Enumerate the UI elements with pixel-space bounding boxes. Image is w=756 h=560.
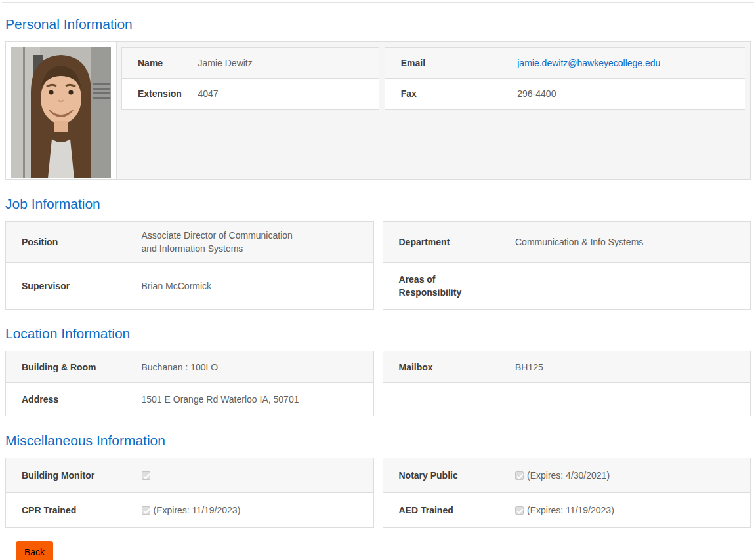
position-label: Position [6,222,134,263]
fax-label: Fax [385,79,509,110]
cpr-trained-expires: (Expires: 11/19/2023) [154,505,241,515]
aed-trained-value: (Expires: 11/19/2023) [507,493,751,528]
notary-public-checkbox [515,471,524,480]
fax-value: 296-4400 [509,79,745,110]
building-room-label: Building & Room [6,351,134,383]
aed-trained-label: AED Trained [383,493,507,528]
cpr-trained-value: (Expires: 11/19/2023) [134,493,374,528]
extension-label: Extension [122,79,190,110]
building-monitor-value [134,458,374,493]
email-value: jamie.dewitz@hawkeyecollege.edu [509,48,745,79]
table-row: Position Associate Director of Communica… [6,222,374,263]
table-row: Email jamie.dewitz@hawkeyecollege.edu [385,48,745,79]
supervisor-value: Brian McCormick [134,263,374,310]
table-row: Fax 296-4400 [385,79,745,110]
supervisor-label: Supervisor [6,263,134,310]
location-table-right: Mailbox BH125 [383,351,751,416]
table-row: Address 1501 E Orange Rd Waterloo IA, 50… [6,383,374,416]
job-information-panel: Position Associate Director of Communica… [5,221,751,310]
staff-profile-page: Personal Information [0,16,756,560]
mailbox-value: BH125 [507,351,751,383]
extension-value: 4047 [190,79,379,110]
address-label: Address [6,383,134,416]
table-row: Building & Room Buchanan : 100LO [6,351,374,383]
miscellaneous-information-heading: Miscellaneous Information [5,433,751,449]
job-table-left: Position Associate Director of Communica… [5,221,374,310]
table-row: Areas of Responsibility [383,263,751,310]
back-button[interactable]: Back [16,541,53,560]
table-row: Notary Public (Expires: 4/30/2021) [383,458,751,493]
location-information-panel: Building & Room Buchanan : 100LO Address… [5,351,751,416]
areas-of-responsibility-value [507,263,751,310]
email-link[interactable]: jamie.dewitz@hawkeyecollege.edu [517,58,660,68]
table-row: CPR Trained (Expires: 11/19/2023) [6,493,374,528]
address-value: 1501 E Orange Rd Waterloo IA, 50701 [134,383,374,416]
location-table-left: Building & Room Buchanan : 100LO Address… [5,351,374,416]
staff-photo [11,47,111,178]
email-label: Email [385,48,509,79]
empty-label [383,383,507,416]
building-monitor-checkbox [142,471,150,480]
table-row: Mailbox BH125 [383,351,751,383]
empty-value [507,383,751,416]
personal-table-right: Email jamie.dewitz@hawkeyecollege.edu Fa… [385,47,746,110]
notary-public-value: (Expires: 4/30/2021) [507,458,751,493]
personal-details-area: Name Jamie Dewitz Extension 4047 [117,42,750,179]
building-room-value: Buchanan : 100LO [134,351,374,383]
notary-public-label: Notary Public [383,458,507,493]
table-row: Department Communication & Info Systems [383,222,751,263]
staff-photo-cell [6,42,117,179]
table-row: Name Jamie Dewitz [122,48,379,79]
aed-trained-checkbox [515,506,524,515]
personal-information-heading: Personal Information [5,16,751,32]
name-label: Name [122,48,190,79]
cpr-trained-label: CPR Trained [6,493,134,528]
miscellaneous-information-panel: Building Monitor CPR Trained (Expires: 1… [5,458,751,528]
mailbox-label: Mailbox [383,351,507,383]
cpr-trained-checkbox [142,506,150,515]
position-value: Associate Director of Communication and … [134,222,374,263]
personal-information-panel: Name Jamie Dewitz Extension 4047 [5,41,751,180]
aed-trained-expires: (Expires: 11/19/2023) [527,505,614,515]
top-divider [2,2,754,3]
department-value: Communication & Info Systems [507,222,751,263]
department-label: Department [383,222,507,263]
notary-public-expires: (Expires: 4/30/2021) [527,470,610,481]
job-table-right: Department Communication & Info Systems … [383,221,751,310]
building-monitor-label: Building Monitor [6,458,134,493]
misc-table-left: Building Monitor CPR Trained (Expires: 1… [5,458,374,528]
areas-of-responsibility-label: Areas of Responsibility [383,263,507,310]
misc-table-right: Notary Public (Expires: 4/30/2021) AED T… [383,458,751,528]
table-row: AED Trained (Expires: 11/19/2023) [383,493,751,528]
personal-table-left: Name Jamie Dewitz Extension 4047 [121,47,379,110]
name-value: Jamie Dewitz [190,48,379,79]
job-information-heading: Job Information [5,196,751,212]
table-row [383,383,751,416]
location-information-heading: Location Information [5,326,751,342]
table-row: Supervisor Brian McCormick [6,263,374,310]
table-row: Building Monitor [6,458,374,493]
table-row: Extension 4047 [122,79,379,110]
